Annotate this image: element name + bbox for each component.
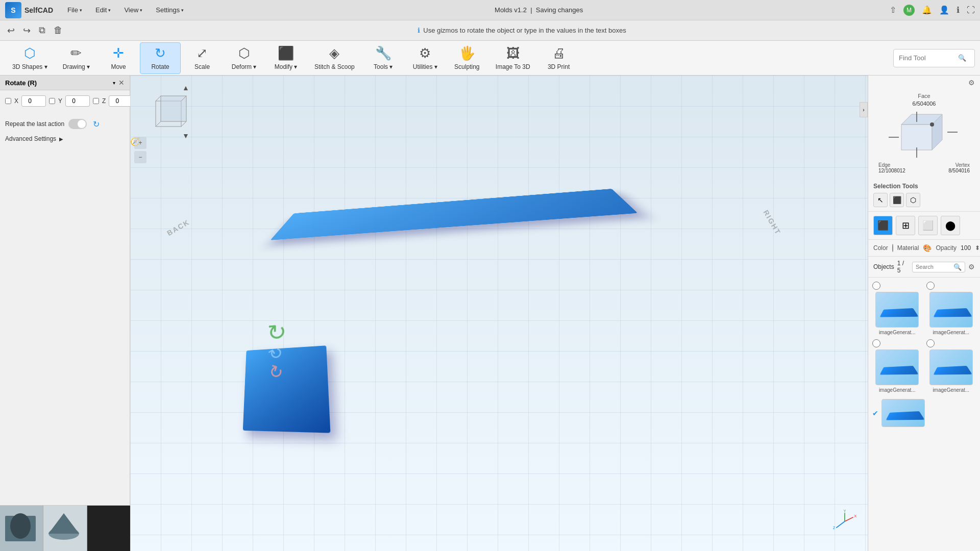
advanced-settings[interactable]: Advanced Settings ▶ (0, 132, 130, 145)
shape-box-btn[interactable]: ⬜ (918, 216, 938, 235)
nav-up-arrow[interactable]: ▲ (182, 84, 189, 92)
obj-name-2: imageGenerat... (929, 330, 973, 335)
selection-tools-title: Selection Tools (873, 183, 975, 190)
sel-tool-lasso[interactable]: ⬡ (906, 193, 920, 207)
redo-button[interactable]: ↪ (23, 25, 31, 36)
objects-search[interactable]: 🔍 (912, 262, 965, 272)
x-axis-label: X (14, 97, 18, 105)
shape-cube-btn[interactable]: ⬛ (873, 216, 893, 235)
obj-radio-4[interactable] (926, 339, 935, 347)
actionbar: ↩ ↪ ⧉ 🗑 ℹ Use gizmos to rotate the objec… (0, 20, 980, 41)
delete-button[interactable]: 🗑 (54, 25, 63, 36)
sel-tool-box[interactable]: ⬛ (890, 193, 904, 207)
y-axis-input[interactable] (65, 95, 90, 107)
panel-gear-icon[interactable]: ⚙ (968, 79, 975, 87)
objects-grid: imageGenerat... imageGenerat... imageGen… (868, 278, 980, 397)
sel-tool-cursor[interactable]: ↖ (873, 193, 888, 207)
z-axis-checkbox[interactable] (93, 98, 99, 104)
tool-move[interactable]: ✛ Move (98, 42, 139, 74)
tool-3d-print[interactable]: 🖨 3D Print (538, 42, 579, 74)
viewport[interactable]: ▲ ▼ 🧭 BACK RIGHT ↻ ↻ ↻ X (130, 76, 868, 551)
svg-marker-3 (48, 513, 79, 534)
find-tool-input[interactable] (899, 54, 955, 62)
vp-zoom-in[interactable]: + (134, 137, 146, 149)
menu-view[interactable]: View ▾ (120, 4, 146, 16)
objects-settings-icon[interactable]: ⚙ (968, 263, 975, 271)
selection-tools: ↖ ⬛ ⬡ (873, 193, 975, 207)
find-tool-search-icon: 🔍 (958, 54, 966, 62)
right-panel: › ⚙ Face 6/504006 (868, 76, 980, 551)
tool-rotate[interactable]: ↻ Rotate (140, 42, 181, 74)
cube-wireframe[interactable] (886, 109, 963, 160)
edge-info: Edge 12/1008012 (878, 162, 905, 173)
x-axis-input[interactable] (21, 95, 46, 107)
vp-zoom-out[interactable]: − (134, 151, 146, 163)
tool-deform[interactable]: ⬡ Deform ▾ (224, 42, 264, 74)
thumb-2[interactable] (43, 506, 86, 551)
obj-check-5: ✔ (872, 409, 878, 417)
share-icon[interactable]: ⇧ (890, 5, 896, 15)
notification-icon[interactable]: 🔔 (922, 5, 932, 15)
color-label: Color (873, 244, 888, 252)
face-value: 6/504006 (913, 101, 936, 107)
shape-circle-btn[interactable]: ⬤ (941, 216, 960, 235)
tool-3d-shapes[interactable]: ⬡ 3D Shapes ▾ (5, 42, 55, 74)
svg-rect-16 (901, 124, 932, 150)
logo: S SelfCAD (5, 2, 53, 18)
tool-modify[interactable]: ⬛ Modify ▾ (265, 42, 306, 74)
blue-cube-object[interactable]: ↻ ↻ ↻ (243, 345, 331, 433)
fullscreen-icon[interactable]: ⛶ (967, 6, 975, 15)
object-item-2[interactable]: imageGenerat... (926, 282, 976, 335)
thumb-3[interactable] (87, 506, 130, 551)
obj-radio-2[interactable] (926, 282, 935, 290)
x-axis-checkbox[interactable] (5, 98, 11, 104)
opacity-label: Opacity (936, 244, 957, 252)
avatar-icon[interactable]: M (903, 5, 915, 16)
menu-file[interactable]: File ▾ (63, 4, 86, 16)
menu-edit[interactable]: Edit ▾ (91, 4, 115, 16)
undo-button[interactable]: ↩ (7, 25, 15, 36)
obj-radio-3[interactable] (872, 339, 880, 347)
bottom-thumbs (0, 505, 130, 551)
blue-slab-object[interactable] (271, 189, 638, 240)
x-axis-row: X Y Z (5, 95, 125, 107)
repeat-toggle[interactable] (68, 119, 87, 129)
obj-thumb-1 (875, 292, 919, 328)
opacity-spinner[interactable]: ⬍ (975, 244, 980, 252)
object-item-5-row: ✔ (868, 397, 980, 429)
panel-close-button[interactable]: ✕ (118, 79, 125, 87)
color-picker[interactable] (892, 244, 893, 252)
advanced-settings-arrow: ▶ (59, 136, 63, 142)
edge-label: Edge (878, 162, 905, 168)
tool-utilities[interactable]: ⚙ Utilities ▾ (405, 42, 446, 74)
shape-grid-btn[interactable]: ⊞ (896, 216, 915, 235)
tool-image-to-3d[interactable]: 🖼 Image To 3D (488, 42, 537, 74)
obj-radio-1[interactable] (872, 282, 880, 290)
tool-stitch-scoop[interactable]: ◈ Stitch & Scoop (307, 42, 362, 74)
obj-thumb-2 (929, 292, 973, 328)
svg-line-14 (836, 521, 845, 528)
info-icon[interactable]: ℹ (957, 5, 960, 15)
object-item-4[interactable]: imageGenerat... (926, 339, 976, 393)
menu-settings[interactable]: Settings ▾ (152, 4, 188, 16)
tool-sculpting[interactable]: 🖐 Sculpting (447, 42, 487, 74)
opacity-value: 100 (961, 244, 971, 252)
edge-value: 12/1008012 (878, 168, 905, 173)
thumb-1[interactable] (0, 506, 43, 551)
find-tool-box[interactable]: 🔍 (893, 49, 975, 67)
nav-down-arrow[interactable]: ▼ (182, 132, 189, 140)
viewport-content: ▲ ▼ 🧭 BACK RIGHT ↻ ↻ ↻ X (130, 76, 868, 551)
utilities-icon: ⚙ (419, 45, 431, 61)
objects-search-input[interactable] (916, 264, 951, 270)
left-panel-header: Rotate (R) ▾ ✕ (0, 76, 130, 90)
obj-thumb-5[interactable] (881, 399, 925, 427)
y-axis-checkbox[interactable] (49, 98, 55, 104)
copy-button[interactable]: ⧉ (39, 25, 45, 36)
tool-scale[interactable]: ⤢ Scale (182, 42, 223, 74)
user-icon[interactable]: 👤 (939, 5, 949, 15)
object-item-3[interactable]: imageGenerat... (872, 339, 922, 393)
tool-tools[interactable]: 🔧 Tools ▾ (363, 42, 404, 74)
tool-drawing[interactable]: ✏ Drawing ▾ (56, 42, 97, 74)
image-to-3d-icon: 🖼 (506, 45, 520, 61)
object-item-1[interactable]: imageGenerat... (872, 282, 922, 335)
